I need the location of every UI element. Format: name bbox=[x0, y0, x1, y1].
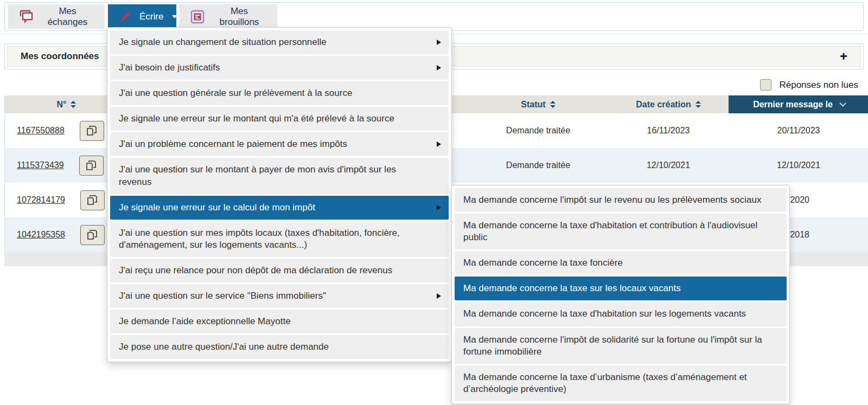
menu-item[interactable]: J'ai une question générale sur le prélèv… bbox=[110, 81, 449, 105]
ecrire-submenu: Ma demande concerne l'impôt sur le reven… bbox=[451, 185, 790, 404]
chevron-down-icon bbox=[839, 100, 846, 107]
chat-icon bbox=[19, 10, 34, 23]
submenu-item[interactable]: Ma demande concerne l'impôt de solidarit… bbox=[455, 328, 787, 364]
menu-item[interactable]: J'ai besoin de justificatifs bbox=[110, 56, 449, 80]
tab-ecrire[interactable]: Écrire bbox=[108, 4, 176, 29]
menu-item[interactable]: J'ai une question sur le service "Biens … bbox=[110, 284, 449, 308]
tab-label: Mes échanges bbox=[41, 6, 94, 28]
menu-item-label: Ma demande concerne la taxe sur les loca… bbox=[463, 283, 681, 293]
menu-item-label: Je pose une autre question/J'ai une autr… bbox=[119, 342, 329, 352]
menu-item-label: Ma demande concerne l'impôt sur le reven… bbox=[463, 195, 761, 205]
plus-icon[interactable]: + bbox=[840, 50, 847, 63]
submenu-item[interactable]: Ma demande concerne la taxe d'habitation… bbox=[455, 214, 787, 249]
dernier-message-cell: 12/10/2021 bbox=[729, 148, 868, 183]
menu-item-label: Je signale une erreur sur le montant qui… bbox=[119, 113, 394, 124]
col-header-date-creation[interactable]: Date création bbox=[608, 95, 729, 113]
tab-mes-brouillons[interactable]: Mes brouillons bbox=[180, 4, 277, 29]
submenu-arrow-icon bbox=[437, 293, 441, 299]
col-header-label: N° bbox=[57, 100, 67, 110]
menu-item[interactable]: J'ai une question sur le montant à payer… bbox=[110, 158, 449, 194]
copy-icon bbox=[87, 229, 98, 240]
col-header-label: Date création bbox=[636, 100, 691, 110]
menu-item-label: Ma demande concerne la taxe foncière bbox=[463, 258, 623, 268]
draft-document-icon bbox=[190, 10, 205, 24]
submenu-item[interactable]: Ma demande concerne la taxe d'habitation… bbox=[455, 302, 787, 326]
menu-item[interactable]: Je signale une erreur sur le montant qui… bbox=[110, 107, 449, 131]
copy-button[interactable] bbox=[80, 121, 104, 141]
submenu-item-selected[interactable]: Ma demande concerne la taxe sur les loca… bbox=[455, 277, 787, 300]
menu-item-label: Je demande l’aide exceptionnelle Mayotte bbox=[119, 316, 291, 326]
exchange-number-link[interactable]: 1042195358 bbox=[17, 230, 65, 240]
exchange-number-link[interactable]: 1072814179 bbox=[17, 195, 65, 205]
menu-item-label: Ma demande concerne la taxe d'habitation… bbox=[463, 220, 757, 242]
statut-cell: Demande traitée bbox=[468, 113, 608, 148]
menu-item[interactable]: J'ai une question sur mes impôts locaux … bbox=[110, 221, 449, 257]
menu-item-selected[interactable]: Je signale une erreur sur le calcul de m… bbox=[110, 196, 449, 220]
chevron-down-icon bbox=[172, 15, 177, 18]
menu-item-label: J'ai une question générale sur le prélèv… bbox=[119, 88, 352, 98]
tab-label: Écrire bbox=[139, 11, 163, 22]
col-header-statut[interactable]: Statut bbox=[468, 95, 608, 113]
menu-item[interactable]: J'ai un problème concernant le paiement … bbox=[110, 132, 449, 156]
unread-checkbox[interactable] bbox=[760, 79, 771, 91]
col-header-dernier-message[interactable]: Dernier message le bbox=[729, 95, 868, 113]
menu-item-label: J'ai un problème concernant le paiement … bbox=[119, 139, 347, 149]
sort-icon bbox=[71, 101, 76, 108]
statut-cell: Demande traitée bbox=[468, 148, 608, 183]
menu-item[interactable]: Je pose une autre question/J'ai une autr… bbox=[110, 335, 449, 359]
menu-item-label: Je signale un changement de situation pe… bbox=[119, 37, 327, 47]
menu-item-label: J'ai reçu une relance pour non dépôt de … bbox=[119, 265, 392, 275]
copy-icon bbox=[86, 160, 97, 171]
copy-icon bbox=[86, 125, 97, 136]
menu-item-label: J'ai une question sur le service "Biens … bbox=[119, 291, 326, 301]
pencil-icon bbox=[119, 10, 132, 23]
exchange-number-link[interactable]: 1167550888 bbox=[17, 126, 65, 136]
ecrire-dropdown-menu: Je signale un changement de situation pe… bbox=[107, 27, 452, 362]
tab-label: Mes brouillons bbox=[212, 6, 266, 28]
menu-item-label: J'ai une question sur le montant à payer… bbox=[119, 164, 396, 187]
submenu-arrow-icon bbox=[437, 40, 441, 45]
copy-button[interactable] bbox=[80, 225, 105, 245]
mes-coordonnees-title: Mes coordonnées bbox=[21, 51, 99, 62]
tab-mes-echanges[interactable]: Mes échanges bbox=[8, 4, 105, 29]
menu-item[interactable]: J'ai reçu une relance pour non dépôt de … bbox=[110, 259, 449, 282]
sort-icon bbox=[550, 101, 556, 108]
menu-item-label: Ma demande concerne la taxe d’urbanisme … bbox=[463, 372, 747, 394]
menu-item-label: Ma demande concerne la taxe d'habitation… bbox=[463, 308, 746, 319]
submenu-item[interactable]: Ma demande concerne la taxe d’urbanisme … bbox=[455, 365, 787, 401]
menu-item-label: Je signale une erreur sur le calcul de m… bbox=[119, 202, 315, 213]
messagerie-screen: Mes échanges Écrire bbox=[0, 0, 868, 405]
col-header-label: Statut bbox=[521, 100, 545, 110]
col-header-label: Dernier message le bbox=[753, 100, 833, 110]
sort-icon bbox=[695, 101, 701, 108]
date-creation-cell: 16/11/2023 bbox=[608, 113, 729, 148]
menu-item[interactable]: Je demande l’aide exceptionnelle Mayotte bbox=[110, 310, 449, 333]
exchange-number-link[interactable]: 1115373439 bbox=[17, 160, 64, 170]
unread-filter: Réponses non lues bbox=[760, 79, 858, 91]
date-creation-cell: 12/10/2021 bbox=[608, 148, 729, 183]
submenu-item[interactable]: Ma demande concerne l'impôt sur le reven… bbox=[455, 188, 787, 212]
menu-item-label: J'ai besoin de justificatifs bbox=[119, 62, 220, 73]
submenu-arrow-icon bbox=[437, 142, 441, 147]
menu-item-label: J'ai une question sur mes impôts locaux … bbox=[119, 228, 400, 250]
unread-label: Réponses non lues bbox=[779, 80, 858, 91]
submenu-arrow-icon bbox=[437, 205, 441, 210]
copy-icon bbox=[87, 195, 98, 205]
menu-item[interactable]: Je signale un changement de situation pe… bbox=[110, 30, 449, 54]
menu-item-label: Ma demande concerne l'impôt de solidarit… bbox=[463, 335, 762, 357]
submenu-arrow-icon bbox=[437, 65, 441, 70]
copy-button[interactable] bbox=[80, 190, 105, 210]
submenu-item[interactable]: Ma demande concerne la taxe foncière bbox=[455, 251, 787, 275]
dernier-message-cell: 20/11/2023 bbox=[729, 113, 868, 148]
copy-button[interactable] bbox=[79, 156, 104, 176]
